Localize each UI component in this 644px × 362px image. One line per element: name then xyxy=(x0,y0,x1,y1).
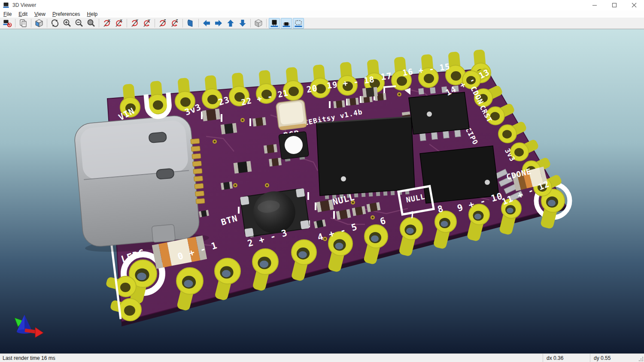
move-down-icon xyxy=(238,18,247,28)
smd-passive xyxy=(234,161,252,173)
reload-board-icon xyxy=(3,18,12,28)
rotate-z-cw-button[interactable]: Z xyxy=(157,18,168,29)
minimize-icon xyxy=(592,3,597,8)
toolbar-separator xyxy=(250,19,251,27)
rotate-z-ccw-icon: Z xyxy=(170,18,179,28)
toolbar-separator xyxy=(155,19,155,27)
close-icon xyxy=(632,3,637,8)
smd-passive xyxy=(347,98,359,106)
svg-text:Y: Y xyxy=(136,18,138,23)
render-canvas[interactable]: CIPORGBiCEBitsy v1.4b xyxy=(0,29,644,353)
render-time-text: Last render time 16 ms xyxy=(0,355,543,361)
rotate-z-cw-icon: Z xyxy=(158,18,167,28)
show-virtual-models-icon xyxy=(294,18,303,28)
svg-text:Z: Z xyxy=(164,18,166,23)
zoom-in-icon xyxy=(62,18,72,28)
silkscreen-label: 17 xyxy=(380,70,392,82)
move-up-icon xyxy=(226,18,235,28)
minimize-button[interactable] xyxy=(585,0,605,10)
move-up-button[interactable] xyxy=(225,18,236,29)
flip-board-icon xyxy=(186,18,195,28)
viewport-3d[interactable]: CIPORGBiCEBitsy v1.4b xyxy=(0,29,644,353)
toolbar-separator xyxy=(47,19,47,27)
maximize-button[interactable] xyxy=(605,0,624,10)
usb-c-connector xyxy=(73,114,210,255)
show-tht-models-toggle[interactable] xyxy=(269,18,280,29)
reload-board-button[interactable] xyxy=(2,18,13,29)
show-virtual-models-toggle[interactable] xyxy=(293,18,304,29)
copy-image-button[interactable] xyxy=(18,18,29,29)
move-right-button[interactable] xyxy=(213,18,224,29)
rotate-y-ccw-icon: Y xyxy=(142,18,152,28)
menu-bar: File Edit View Preferences Help xyxy=(0,10,644,18)
zoom-out-icon xyxy=(74,18,84,28)
svg-text:Y: Y xyxy=(148,18,150,23)
menu-view[interactable]: View xyxy=(31,11,49,18)
svg-text:X: X xyxy=(108,18,110,23)
move-down-button[interactable] xyxy=(237,18,248,29)
orientation-cube-button[interactable] xyxy=(33,18,45,29)
maximize-icon xyxy=(612,3,617,8)
silkscreen-label: 20 xyxy=(306,83,319,95)
status-bar: Last render time 16 ms dx 0.36 dy 0.55 xyxy=(0,353,644,362)
status-dx: dx 0.36 xyxy=(543,354,590,362)
smd-passive xyxy=(269,158,282,167)
orthographic-projection-button[interactable] xyxy=(253,18,264,29)
zoom-fit-button[interactable] xyxy=(85,18,97,29)
move-left-button[interactable] xyxy=(201,18,212,29)
rotate-x-ccw-icon: X xyxy=(114,18,124,28)
smd-passive xyxy=(252,117,266,127)
toolbar-separator xyxy=(99,19,99,27)
toolbar-separator xyxy=(182,19,183,27)
smd-passive xyxy=(221,123,237,135)
svg-text:X: X xyxy=(120,18,122,23)
rotate-x-ccw-button[interactable]: X xyxy=(113,18,125,29)
flip-board-button[interactable] xyxy=(185,18,196,29)
zoom-fit-icon xyxy=(86,18,96,28)
rotate-x-cw-icon: X xyxy=(102,18,112,28)
orthographic-projection-icon xyxy=(254,18,263,28)
show-smd-models-toggle[interactable] xyxy=(281,18,292,29)
rotate-y-ccw-button[interactable]: Y xyxy=(141,18,152,29)
toolbar-separator xyxy=(127,19,127,27)
rotate-z-ccw-button[interactable]: Z xyxy=(169,18,180,29)
redraw-icon xyxy=(50,18,60,28)
copy-image-icon xyxy=(18,18,28,28)
toolbar-separator xyxy=(198,19,199,27)
window-title: 3D Viewer xyxy=(12,2,585,8)
smd-passive xyxy=(362,87,378,98)
zoom-in-button[interactable] xyxy=(61,18,73,29)
smd-passive xyxy=(333,100,345,109)
move-right-icon xyxy=(214,18,223,28)
zoom-out-button[interactable] xyxy=(73,18,85,29)
svg-text:Z: Z xyxy=(176,18,178,23)
move-left-icon xyxy=(202,18,211,28)
title-bar: 3D Viewer xyxy=(0,0,644,10)
menu-edit[interactable]: Edit xyxy=(15,11,31,18)
rotate-x-cw-button[interactable]: X xyxy=(101,18,112,29)
crystal-oscillator xyxy=(276,100,307,130)
smd-passive xyxy=(202,109,221,121)
rgb-led xyxy=(279,131,309,162)
toolbar-separator xyxy=(15,19,15,27)
status-dy: dy 0.55 xyxy=(590,354,637,362)
show-tht-models-icon xyxy=(270,18,279,28)
resize-grip[interactable] xyxy=(637,354,644,362)
app-icon xyxy=(3,2,9,9)
rotate-y-cw-icon: Y xyxy=(130,18,140,28)
redraw-button[interactable] xyxy=(49,18,61,29)
resize-grip-icon xyxy=(638,356,644,362)
menu-file[interactable]: File xyxy=(0,11,15,18)
fpga-chip xyxy=(316,117,415,199)
toolbar: X X Y Y Z xyxy=(0,18,644,29)
orientation-cube-icon xyxy=(34,18,44,28)
rotate-y-cw-button[interactable]: Y xyxy=(129,18,140,29)
close-button[interactable] xyxy=(624,0,644,10)
show-smd-models-icon xyxy=(282,18,291,28)
menu-preferences[interactable]: Preferences xyxy=(49,11,84,18)
toolbar-separator xyxy=(31,19,31,27)
smd-passive xyxy=(264,144,277,154)
menu-help[interactable]: Help xyxy=(84,11,101,18)
toolbar-separator xyxy=(266,19,267,27)
